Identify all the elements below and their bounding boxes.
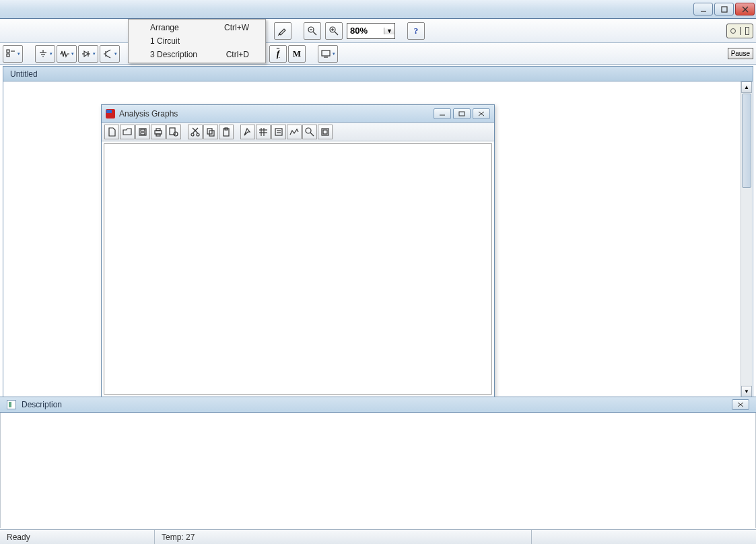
power-switch[interactable] — [726, 24, 753, 38]
cursor-icon[interactable] — [240, 125, 255, 139]
zoom-out-icon[interactable] — [304, 22, 321, 40]
svg-rect-37 — [170, 128, 175, 135]
copy-icon[interactable] — [203, 125, 218, 139]
svg-rect-36 — [156, 134, 160, 136]
component-diode-icon[interactable]: ▾ — [78, 45, 98, 63]
analysis-app-icon — [106, 109, 115, 118]
description-titlebar[interactable]: Description — [0, 397, 756, 413]
minimize-button[interactable] — [693, 3, 713, 15]
zoom-in-icon[interactable] — [325, 22, 343, 40]
instrument-icon[interactable]: ▾ — [318, 45, 338, 63]
component-resistor-icon[interactable]: ▾ — [57, 45, 77, 63]
maximize-button[interactable] — [714, 3, 734, 15]
analysis-close-button[interactable] — [473, 108, 490, 119]
edit-icon[interactable] — [274, 22, 291, 40]
svg-rect-35 — [156, 129, 160, 131]
menu-item-label: Arrange — [150, 23, 179, 32]
svg-rect-12 — [7, 54, 9, 57]
mdi-client: Untitled Analysis Graphs — [3, 66, 753, 399]
status-ready-text: Ready — [7, 533, 30, 542]
paste-icon[interactable] — [219, 125, 234, 139]
circuit-canvas[interactable]: Analysis Graphs — [3, 81, 753, 398]
close-button[interactable] — [735, 3, 755, 15]
svg-rect-25 — [322, 50, 330, 56]
statusbar: Ready Temp: 27 — [0, 529, 756, 544]
titlebar — [0, 0, 756, 19]
svg-line-5 — [313, 32, 316, 35]
legend-icon[interactable] — [271, 125, 286, 139]
save-icon[interactable] — [135, 125, 150, 139]
svg-rect-33 — [141, 129, 145, 131]
svg-line-55 — [310, 133, 314, 136]
menu-item-accel: Ctrl+W — [224, 23, 249, 32]
svg-rect-51 — [275, 129, 282, 135]
scroll-down-icon[interactable]: ▼ — [741, 386, 752, 397]
zoom-input[interactable] — [347, 25, 384, 36]
circuit-vscrollbar[interactable]: ▲ ▼ — [741, 81, 752, 397]
pause-button[interactable]: Pause — [728, 48, 753, 59]
status-temp-value: 27 — [186, 533, 195, 542]
analysis-titlebar[interactable]: Analysis Graphs — [102, 105, 494, 123]
svg-rect-28 — [459, 112, 465, 116]
print-icon[interactable] — [151, 125, 166, 139]
measure-icon[interactable] — [287, 125, 302, 139]
svg-rect-11 — [7, 50, 9, 53]
toolbar-row-2: ▾ ▾ ▾ ▾ ▾ f M ▾ Pause — [0, 43, 756, 65]
component-grid-icon[interactable]: ▾ — [3, 45, 23, 63]
menu-item-accel: Ctrl+D — [226, 50, 249, 59]
menu-arrange[interactable]: Arrange Ctrl+W — [130, 21, 264, 34]
open-icon[interactable] — [120, 125, 135, 139]
menu-item-label: 3 Description — [150, 50, 197, 59]
format-f-button[interactable]: f — [269, 45, 287, 63]
status-spacer — [532, 530, 756, 544]
scroll-thumb[interactable] — [742, 94, 751, 188]
scroll-up-icon[interactable]: ▲ — [741, 81, 752, 93]
zoom-tool-icon[interactable] — [302, 125, 317, 139]
help-button[interactable]: ? — [407, 22, 425, 40]
description-close-button[interactable] — [732, 399, 749, 410]
analysis-maximize-button[interactable] — [453, 108, 471, 119]
format-m-button[interactable]: M — [288, 45, 306, 63]
description-panel: Description — [0, 397, 756, 528]
svg-rect-32 — [141, 133, 145, 135]
svg-line-24 — [106, 55, 110, 58]
svg-rect-57 — [323, 130, 327, 134]
svg-rect-34 — [155, 131, 162, 134]
grid-icon[interactable] — [256, 125, 271, 139]
zoom-dropdown-caret[interactable]: ▼ — [384, 28, 394, 34]
analysis-minimize-button[interactable] — [434, 108, 451, 119]
window-menu-dropdown: Arrange Ctrl+W 1 Circuit 3 Description C… — [128, 19, 266, 63]
status-temp: Temp: 27 — [155, 530, 532, 544]
svg-point-38 — [174, 132, 178, 136]
analysis-title-text: Analysis Graphs — [119, 109, 178, 118]
status-temp-label: Temp: — [162, 533, 184, 542]
toolbar-row-1: ▼ ? Arrange Ctrl+W 1 Circuit 3 Descripti… — [0, 19, 756, 43]
mdi-title: Untitled — [3, 67, 753, 81]
description-body[interactable] — [0, 413, 756, 528]
svg-point-54 — [306, 128, 311, 133]
menu-item-label: 1 Circuit — [150, 36, 180, 46]
mdi-title-text: Untitled — [10, 69, 38, 79]
svg-rect-1 — [722, 7, 727, 12]
svg-line-8 — [335, 32, 338, 35]
new-icon[interactable] — [104, 125, 119, 139]
description-title-text: Description — [22, 400, 62, 409]
description-icon — [7, 400, 16, 409]
component-ground-icon[interactable]: ▾ — [35, 45, 55, 63]
svg-point-42 — [197, 133, 199, 136]
zoom-combo[interactable]: ▼ — [347, 23, 395, 39]
print-preview-icon[interactable] — [166, 125, 181, 139]
svg-point-41 — [191, 133, 194, 136]
menu-circuit[interactable]: 1 Circuit — [130, 34, 264, 48]
analysis-graphs-window: Analysis Graphs — [101, 104, 495, 397]
menu-description[interactable]: 3 Description Ctrl+D — [130, 48, 264, 61]
cut-icon[interactable] — [188, 125, 203, 139]
status-ready: Ready — [0, 530, 155, 544]
svg-line-23 — [106, 50, 110, 53]
analysis-graph-canvas[interactable] — [104, 143, 492, 395]
analysis-toolbar — [102, 123, 494, 141]
component-transistor-icon[interactable]: ▾ — [100, 45, 120, 63]
restore-icon[interactable] — [318, 125, 333, 139]
